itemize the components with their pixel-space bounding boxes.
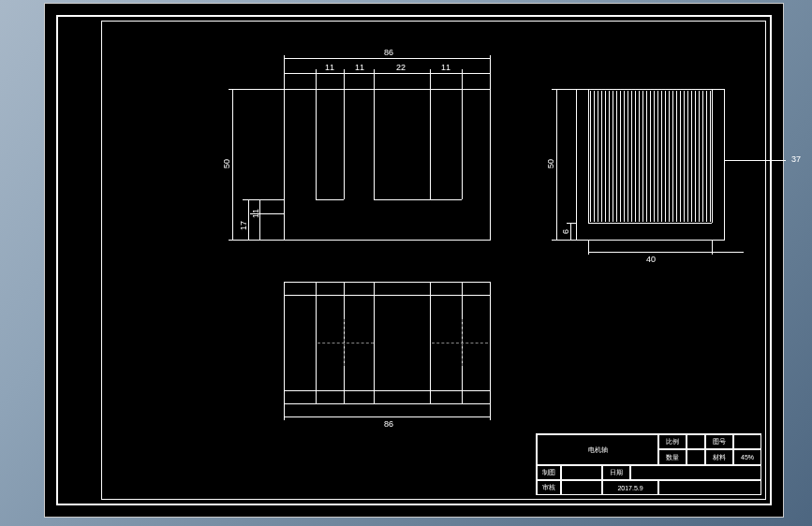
title-block: 电机轴 比例 图号 数量 材料 45% 制图 日期 审核 2017.5.9: [536, 433, 761, 495]
dim-bottom-width: 86: [379, 419, 398, 429]
tb-drawn-label: 制图: [537, 465, 561, 480]
dim-right-height: 50: [546, 153, 555, 175]
tb-blank: [658, 480, 761, 495]
tb-drawingno-label: 图号: [705, 434, 733, 449]
tb-date-label: 日期: [602, 465, 630, 480]
tb-date-extra: [630, 465, 761, 480]
dim-seg2: 11: [353, 63, 366, 72]
tb-checked-label: 审核: [537, 480, 561, 495]
tb-drawingno-value: [733, 434, 761, 449]
tb-material-label: 材料: [705, 449, 733, 465]
tb-count-value: [687, 449, 705, 465]
tb-ratio-label: 比例: [658, 434, 687, 449]
dim-right-width: 40: [643, 255, 658, 264]
dim-height-sub1: 17: [239, 214, 248, 237]
dim-right-small: 6: [561, 224, 570, 239]
dim-overall-width: 86: [379, 48, 398, 57]
dim-seg4: 11: [439, 63, 452, 72]
drawing-frame-outer: 86 11 11 22 11 50 17 11: [44, 3, 784, 518]
dim-height-main: 50: [222, 153, 231, 175]
tb-material-value: 45%: [733, 449, 761, 465]
tb-ratio-value: [687, 434, 705, 449]
dim-seg1: 11: [323, 63, 336, 72]
drawing-area-border: 86 11 11 22 11 50 17 11: [101, 21, 766, 500]
tb-drawn-value: [561, 465, 602, 480]
tb-checked-value: [561, 480, 602, 495]
dim-seg3: 22: [394, 63, 407, 72]
dim-right-ext: 37: [789, 154, 804, 164]
tb-count-label: 数量: [658, 449, 687, 465]
dim-height-sub2: 11: [251, 204, 260, 223]
drawing-frame-border: 86 11 11 22 11 50 17 11: [56, 15, 772, 505]
lamination-hatch: [590, 91, 711, 222]
tb-part-name: 电机轴: [537, 434, 658, 465]
tb-date-value: 2017.5.9: [602, 480, 658, 495]
